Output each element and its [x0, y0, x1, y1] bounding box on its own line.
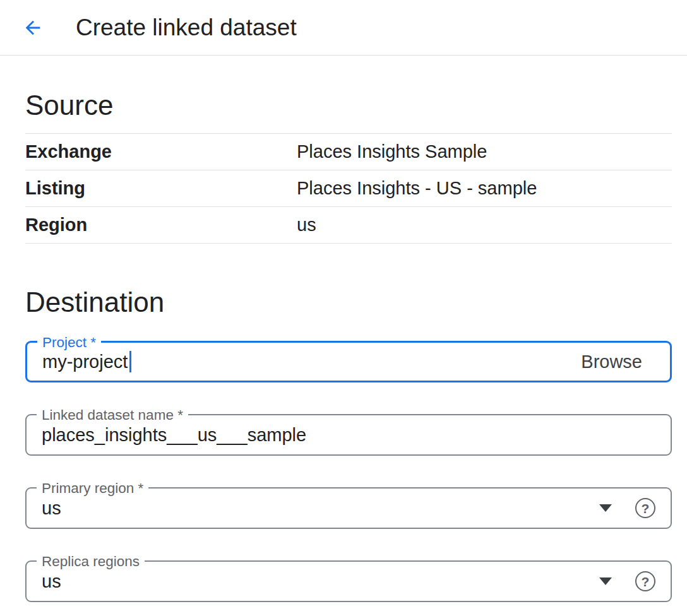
destination-section-heading: Destination [25, 288, 672, 317]
table-row-listing: Listing Places Insights - US - sample [25, 170, 672, 207]
browse-button[interactable]: Browse [568, 352, 655, 372]
page-header: Create linked dataset [0, 0, 687, 56]
project-input-label: Project * [37, 335, 101, 351]
help-icon: ? [642, 575, 650, 588]
region-value: us [297, 215, 316, 235]
replica-regions-label: Replica regions [37, 554, 145, 570]
page-title: Create linked dataset [76, 15, 297, 41]
primary-region-help-button[interactable]: ? [635, 498, 655, 518]
help-icon: ? [642, 502, 650, 515]
project-input[interactable]: Project * my-project Browse [25, 341, 672, 382]
table-row-exchange: Exchange Places Insights Sample [25, 134, 672, 170]
source-section-heading: Source [25, 91, 672, 120]
primary-region-label: Primary region * [37, 480, 148, 497]
primary-region-value: us [42, 498, 61, 519]
main-content: Source Exchange Places Insights Sample L… [0, 91, 687, 602]
linked-dataset-name-input[interactable]: Linked dataset name * places_insights___… [25, 414, 672, 456]
exchange-value: Places Insights Sample [297, 141, 487, 162]
replica-regions-help-button[interactable]: ? [635, 571, 655, 591]
back-button[interactable] [19, 14, 47, 42]
linked-dataset-name-label: Linked dataset name * [37, 407, 188, 424]
arrow-drop-down-icon [599, 578, 612, 585]
replica-regions-value: us [42, 571, 61, 592]
table-row-region: Region us [25, 207, 672, 244]
text-caret [129, 351, 131, 372]
arrow-back-icon [22, 17, 44, 38]
region-label: Region [25, 215, 297, 235]
listing-value: Places Insights - US - sample [297, 178, 537, 199]
exchange-label: Exchange [25, 141, 297, 162]
project-input-value: my-project [42, 352, 128, 372]
primary-region-select[interactable]: Primary region * us ? [25, 487, 672, 529]
source-table: Exchange Places Insights Sample Listing … [25, 133, 672, 244]
replica-regions-select[interactable]: Replica regions us ? [25, 560, 672, 602]
linked-dataset-name-value: places_insights___us___sample [42, 425, 306, 446]
arrow-drop-down-icon [599, 504, 612, 512]
listing-label: Listing [25, 178, 297, 199]
